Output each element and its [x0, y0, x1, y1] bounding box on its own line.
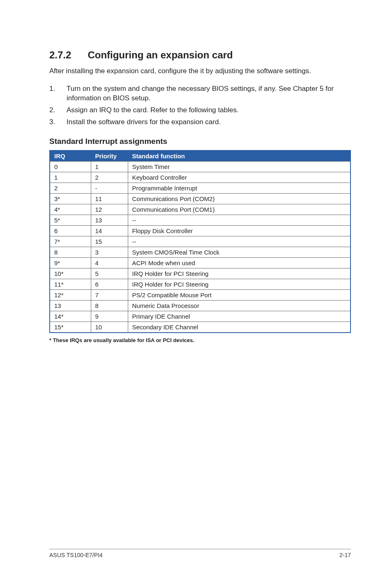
cell-irq: 7*: [50, 236, 91, 247]
table-row: 12Keyboard Controller: [50, 172, 350, 183]
table-row: 7*15--: [50, 236, 350, 247]
cell-function: Numeric Data Processor: [128, 300, 350, 311]
table-row: 01System Timer: [50, 161, 350, 172]
cell-priority: 1: [91, 161, 128, 172]
cell-function: Communications Port (COM2): [128, 193, 350, 204]
intro-paragraph: After installing the expansion card, con…: [49, 67, 351, 76]
header-function: Standard function: [128, 150, 350, 162]
cell-priority: 11: [91, 193, 128, 204]
step-number: 2.: [49, 106, 67, 115]
section-title: Configuring an expansion card: [88, 49, 233, 60]
table-row: 5*13--: [50, 215, 350, 225]
header-priority: Priority: [91, 150, 128, 162]
table-row: 2-Programmable Interrupt: [50, 183, 350, 193]
table-row: 3*11Communications Port (COM2): [50, 193, 350, 204]
cell-function: ACPI Mode when used: [128, 257, 350, 268]
cell-function: System CMOS/Real Time Clock: [128, 247, 350, 257]
cell-irq: 10*: [50, 268, 91, 279]
cell-priority: 3: [91, 247, 128, 257]
cell-function: --: [128, 215, 350, 225]
footer-right: 2-17: [339, 552, 351, 558]
step-item: 3. Install the software drivers for the …: [49, 118, 351, 127]
table-row: 15*10Secondary IDE Channel: [50, 322, 350, 333]
subheading: Standard Interrupt assignments: [49, 137, 351, 146]
step-text: Assign an IRQ to the card. Refer to the …: [67, 106, 351, 115]
steps-list: 1. Turn on the system and change the nec…: [49, 84, 351, 127]
step-text: Turn on the system and change the necess…: [67, 84, 351, 103]
cell-irq: 2: [50, 183, 91, 193]
cell-irq: 15*: [50, 322, 91, 333]
table-row: 10*5IRQ Holder for PCI Steering: [50, 268, 350, 279]
step-item: 2. Assign an IRQ to the card. Refer to t…: [49, 106, 351, 115]
cell-priority: 6: [91, 279, 128, 289]
cell-function: System Timer: [128, 161, 350, 172]
cell-function: Programmable Interrupt: [128, 183, 350, 193]
cell-function: Keyboard Controller: [128, 172, 350, 183]
cell-function: Communications Port (COM1): [128, 204, 350, 215]
cell-priority: 12: [91, 204, 128, 215]
table-row: 138Numeric Data Processor: [50, 300, 350, 311]
table-row: 12*7PS/2 Compatible Mouse Port: [50, 289, 350, 300]
footer-left: ASUS TS100-E7/PI4: [49, 552, 103, 558]
table-header-row: IRQ Priority Standard function: [50, 150, 350, 162]
cell-irq: 11*: [50, 279, 91, 289]
cell-irq: 13: [50, 300, 91, 311]
cell-irq: 4*: [50, 204, 91, 215]
footnote: * These IRQs are usually available for I…: [49, 337, 351, 343]
step-text: Install the software drivers for the exp…: [67, 118, 351, 127]
step-number: 1.: [49, 84, 67, 103]
page-footer: ASUS TS100-E7/PI4 2-17: [49, 549, 351, 558]
table-row: 83System CMOS/Real Time Clock: [50, 247, 350, 257]
cell-priority: 8: [91, 300, 128, 311]
table-row: 4*12Communications Port (COM1): [50, 204, 350, 215]
cell-priority: 7: [91, 289, 128, 300]
section-heading: 2.7.2Configuring an expansion card: [49, 49, 351, 61]
cell-function: Secondary IDE Channel: [128, 322, 350, 333]
table-row: 11*6IRQ Holder for PCI Steering: [50, 279, 350, 289]
step-item: 1. Turn on the system and change the nec…: [49, 84, 351, 103]
cell-irq: 14*: [50, 311, 91, 322]
cell-priority: 15: [91, 236, 128, 247]
cell-irq: 8: [50, 247, 91, 257]
cell-irq: 9*: [50, 257, 91, 268]
cell-priority: 5: [91, 268, 128, 279]
cell-priority: 9: [91, 311, 128, 322]
cell-irq: 12*: [50, 289, 91, 300]
cell-function: Primary IDE Channel: [128, 311, 350, 322]
cell-function: PS/2 Compatible Mouse Port: [128, 289, 350, 300]
cell-priority: 2: [91, 172, 128, 183]
cell-function: IRQ Holder for PCI Steering: [128, 279, 350, 289]
cell-irq: 5*: [50, 215, 91, 225]
cell-priority: 10: [91, 322, 128, 333]
table-row: 614Floppy Disk Controller: [50, 225, 350, 236]
irq-table: IRQ Priority Standard function 01System …: [49, 150, 351, 333]
cell-irq: 1: [50, 172, 91, 183]
table-row: 9*4ACPI Mode when used: [50, 257, 350, 268]
cell-irq: 3*: [50, 193, 91, 204]
header-irq: IRQ: [50, 150, 91, 162]
cell-irq: 6: [50, 225, 91, 236]
cell-priority: 13: [91, 215, 128, 225]
section-number: 2.7.2: [49, 49, 71, 61]
cell-priority: 14: [91, 225, 128, 236]
step-number: 3.: [49, 118, 67, 127]
page-container: 2.7.2Configuring an expansion card After…: [0, 0, 392, 583]
cell-function: Floppy Disk Controller: [128, 225, 350, 236]
table-row: 14*9Primary IDE Channel: [50, 311, 350, 322]
cell-irq: 0: [50, 161, 91, 172]
cell-function: IRQ Holder for PCI Steering: [128, 268, 350, 279]
cell-priority: -: [91, 183, 128, 193]
cell-function: --: [128, 236, 350, 247]
cell-priority: 4: [91, 257, 128, 268]
